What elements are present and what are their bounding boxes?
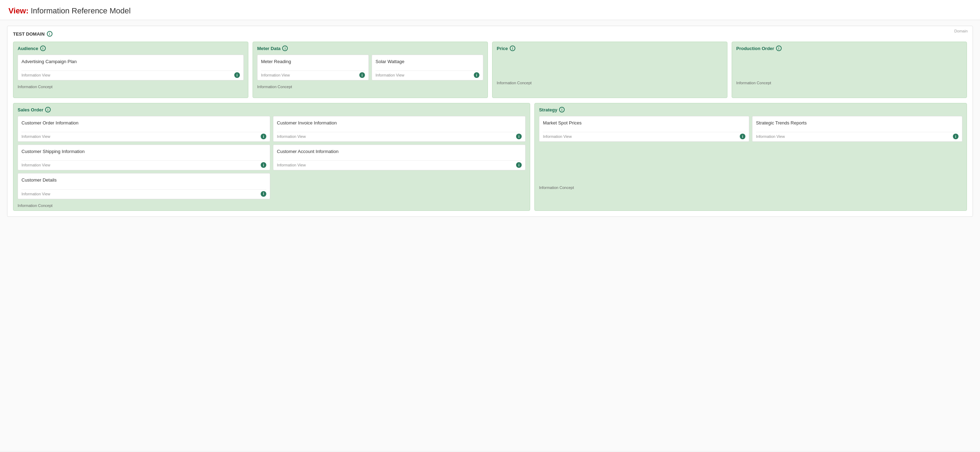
- page-content: Domain TEST DOMAIN i Audience i Advertis…: [0, 20, 980, 451]
- concept-strategy: Strategy i Market Spot Prices Informatio…: [535, 103, 967, 211]
- market-spot-info-icon[interactable]: i: [740, 134, 745, 139]
- view-card-customer-order-footer: Information View i: [21, 132, 266, 139]
- domain-corner-label: Domain: [954, 29, 968, 33]
- view-card-customer-invoice-footer: Information View i: [277, 132, 522, 139]
- view-card-customer-details[interactable]: Customer Details Information View i: [18, 173, 270, 199]
- view-card-customer-account-footer: Information View i: [277, 160, 522, 168]
- page-title-text: Information Reference Model: [31, 6, 131, 15]
- view-card-strategic-trends[interactable]: Strategic Trends Reports Information Vie…: [752, 116, 963, 142]
- audience-info-icon[interactable]: i: [40, 45, 46, 51]
- customer-invoice-info-icon[interactable]: i: [516, 134, 522, 139]
- production-order-concept-footer: Information Concept: [736, 79, 963, 85]
- domain-info-icon[interactable]: i: [47, 31, 52, 37]
- view-card-customer-order[interactable]: Customer Order Information Information V…: [18, 116, 270, 142]
- view-card-customer-shipping-footer: Information View i: [21, 160, 266, 168]
- view-card-market-spot[interactable]: Market Spot Prices Information View i: [539, 116, 749, 142]
- sales-order-info-icon[interactable]: i: [45, 107, 51, 112]
- concept-strategy-title: Strategy i: [539, 107, 963, 112]
- sales-order-concept-footer: Information Concept: [18, 202, 526, 208]
- view-card-customer-order-title: Customer Order Information: [21, 120, 266, 126]
- customer-order-info-icon[interactable]: i: [261, 134, 266, 139]
- view-card-customer-shipping-title: Customer Shipping Information: [21, 149, 266, 155]
- concepts-row-1: Audience i Advertising Campaign Plan Inf…: [13, 42, 967, 98]
- view-card-ad-campaign-title: Advertising Campaign Plan: [21, 59, 240, 65]
- view-card-market-spot-footer: Information View i: [543, 132, 745, 139]
- view-card-ad-campaign-footer: Information View i: [21, 70, 240, 78]
- page-header: View: Information Reference Model: [0, 0, 980, 20]
- view-card-meter-reading-footer: Information View i: [261, 70, 365, 78]
- concept-audience-title: Audience i: [18, 45, 244, 51]
- meter-data-concept-footer: Information Concept: [257, 83, 483, 89]
- view-card-customer-account[interactable]: Customer Account Information Information…: [273, 145, 526, 170]
- concept-meter-data: Meter Data i Meter Reading Information V…: [253, 42, 488, 98]
- view-card-customer-details-title: Customer Details: [21, 177, 266, 183]
- meter-data-views: Meter Reading Information View i Solar W…: [257, 55, 483, 80]
- strategy-views: Market Spot Prices Information View i St…: [539, 116, 963, 142]
- domain-container: Domain TEST DOMAIN i Audience i Advertis…: [7, 26, 973, 217]
- view-card-strategic-trends-title: Strategic Trends Reports: [756, 120, 959, 126]
- solar-wattage-info-icon[interactable]: i: [474, 72, 479, 78]
- concept-production-order-title: Production Order i: [736, 45, 963, 51]
- view-card-customer-shipping[interactable]: Customer Shipping Information Informatio…: [18, 145, 270, 170]
- audience-views: Advertising Campaign Plan Information Vi…: [18, 55, 244, 80]
- view-card-solar-wattage-title: Solar Wattage: [375, 59, 479, 65]
- domain-title: TEST DOMAIN i: [13, 31, 967, 37]
- meter-data-info-icon[interactable]: i: [282, 45, 288, 51]
- customer-account-info-icon[interactable]: i: [516, 162, 522, 168]
- view-card-ad-campaign[interactable]: Advertising Campaign Plan Information Vi…: [18, 55, 244, 80]
- audience-concept-footer: Information Concept: [18, 83, 244, 89]
- concept-price: Price i Information Concept: [492, 42, 727, 98]
- view-card-customer-details-footer: Information View i: [21, 189, 266, 197]
- concept-price-title: Price i: [497, 45, 723, 51]
- concept-audience: Audience i Advertising Campaign Plan Inf…: [13, 42, 248, 98]
- price-concept-footer: Information Concept: [497, 79, 723, 85]
- customer-details-info-icon[interactable]: i: [261, 191, 266, 197]
- concept-meter-data-title: Meter Data i: [257, 45, 483, 51]
- view-card-customer-invoice[interactable]: Customer Invoice Information Information…: [273, 116, 526, 142]
- concept-sales-order: Sales Order i Customer Order Information…: [13, 103, 530, 211]
- page-title: View: Information Reference Model: [8, 6, 972, 16]
- strategy-concept-footer: Information Concept: [539, 184, 963, 190]
- strategy-info-icon[interactable]: i: [559, 107, 565, 112]
- view-card-meter-reading-title: Meter Reading: [261, 59, 365, 65]
- view-card-solar-wattage[interactable]: Solar Wattage Information View i: [372, 55, 483, 80]
- concepts-row-2: Sales Order i Customer Order Information…: [13, 103, 967, 211]
- view-card-customer-invoice-title: Customer Invoice Information: [277, 120, 522, 126]
- production-order-info-icon[interactable]: i: [776, 45, 782, 51]
- view-card-solar-wattage-footer: Information View i: [375, 70, 479, 78]
- price-info-icon[interactable]: i: [510, 45, 515, 51]
- ad-campaign-info-icon[interactable]: i: [234, 72, 240, 78]
- concept-production-order: Production Order i Information Concept: [732, 42, 967, 98]
- concept-sales-order-title: Sales Order i: [18, 107, 526, 112]
- view-card-meter-reading[interactable]: Meter Reading Information View i: [257, 55, 369, 80]
- view-card-market-spot-title: Market Spot Prices: [543, 120, 745, 126]
- strategic-trends-info-icon[interactable]: i: [953, 134, 959, 139]
- view-label: View:: [8, 6, 29, 15]
- sales-order-views: Customer Order Information Information V…: [18, 116, 526, 199]
- view-card-strategic-trends-footer: Information View i: [756, 132, 959, 139]
- meter-reading-info-icon[interactable]: i: [359, 72, 365, 78]
- view-card-customer-account-title: Customer Account Information: [277, 149, 522, 155]
- customer-shipping-info-icon[interactable]: i: [261, 162, 266, 168]
